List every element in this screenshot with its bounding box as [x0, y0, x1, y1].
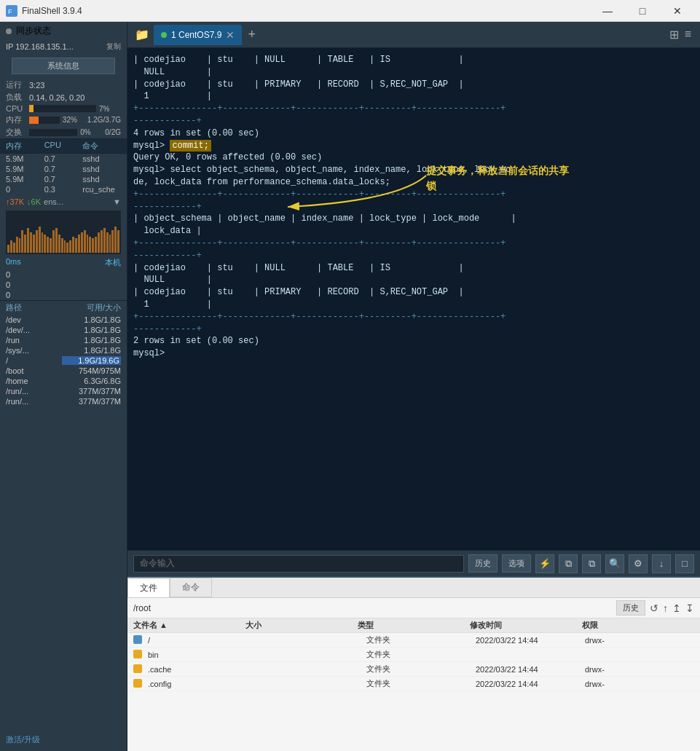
fs-row[interactable]: /run/...377M/377M: [0, 396, 127, 406]
tab-label: 1 CentOS7.9: [171, 30, 221, 40]
fs-path: /home: [6, 377, 63, 385]
history-button[interactable]: 历史: [468, 554, 498, 573]
fs-size: 754M/975M: [63, 366, 121, 375]
fs-size: 1.8G/1.8G: [63, 346, 121, 355]
fs-row[interactable]: /dev/...1.8G/1.8G: [0, 325, 127, 335]
file-refresh-icon[interactable]: ↺: [650, 602, 658, 614]
tab-centos[interactable]: 1 CentOS7.9 ✕: [154, 25, 242, 45]
running-label: 运行: [6, 79, 26, 90]
terminal-line: 1 |: [133, 299, 694, 311]
download-icon[interactable]: ↓: [652, 554, 671, 573]
list-item[interactable]: / 文件夹 2022/03/22 14:44 drwx-: [127, 633, 700, 648]
terminal-line: mysql> select object_schema, object_name…: [133, 164, 694, 176]
chart-bar: [92, 238, 94, 253]
close-button[interactable]: ✕: [661, 0, 694, 22]
chart-bars: [6, 211, 121, 254]
sysinfo-button[interactable]: 系统信息: [12, 58, 115, 74]
lightning-icon[interactable]: ⚡: [535, 554, 554, 573]
chart-bar: [36, 230, 38, 253]
terminal-line: Query OK, 0 rows affected (0.00 sec): [133, 152, 694, 164]
file-download-icon[interactable]: ↧: [685, 602, 694, 614]
menu-icon[interactable]: ≡: [685, 28, 691, 42]
settings-icon[interactable]: ⚙: [629, 554, 648, 573]
chart-bar: [27, 228, 29, 253]
main-layout: 同步状态 IP 192.168.135.1... 复制 系统信息 运行 3:23…: [0, 22, 700, 751]
minimize-button[interactable]: —: [591, 0, 624, 22]
copy-ip-button[interactable]: 复制: [106, 42, 121, 52]
maximize-button[interactable]: □: [626, 0, 659, 22]
mem-detail: 1.2G/3.7G: [87, 116, 121, 124]
tab-files[interactable]: 文件: [127, 578, 170, 597]
file-perm: drwx-: [585, 680, 694, 688]
file-upload-icon[interactable]: ↥: [672, 602, 681, 614]
app-title: FinalShell 3.9.4: [22, 6, 591, 16]
folder-icon[interactable]: 📁: [130, 28, 154, 42]
process-row: 5.9M0.7sshd: [0, 174, 127, 184]
cpu-bar-container: [29, 105, 96, 112]
fs-row[interactable]: /run/...377M/377M: [0, 386, 127, 396]
terminal-line: ------------+: [133, 323, 694, 336]
mem-label: 内存: [6, 114, 26, 125]
chart-bar: [47, 237, 49, 253]
chart-bar: [101, 230, 103, 253]
folder-icon: [133, 650, 142, 658]
proc-cpu: 0.7: [44, 175, 83, 184]
list-item[interactable]: .config 文件夹 2022/03/22 14:44 drwx-: [127, 677, 700, 691]
find-icon[interactable]: 🔍: [605, 554, 624, 573]
swap-bar-container: [29, 129, 77, 136]
file-panel: 文件 命令 /root 历史 ↺ ↑ ↥ ↧ 文件名 ▲ 大小 类型 修改时间 …: [127, 576, 700, 751]
command-input[interactable]: [133, 555, 464, 573]
proc-cmd: sshd: [82, 175, 121, 184]
copy-icon[interactable]: ⧉: [559, 554, 578, 573]
file-column-headers: 文件名 ▲ 大小 类型 修改时间 权限: [127, 618, 700, 633]
list-item[interactable]: .cache 文件夹 2022/03/22 14:44 drwx-: [127, 662, 700, 677]
terminal-line: | codejiao | stu | NULL | TABLE | IS |: [133, 262, 694, 275]
fullscreen-icon[interactable]: □: [675, 554, 694, 573]
paste-icon[interactable]: ⧉: [582, 554, 601, 573]
terminal-line: +---------------+-------------+---------…: [133, 103, 694, 115]
chart-bar: [69, 240, 71, 253]
fs-row[interactable]: /dev1.8G/1.8G: [0, 315, 127, 325]
terminal-line: | codejiao | stu | PRIMARY | RECORD | S,…: [133, 286, 694, 299]
chart-bar: [103, 228, 106, 253]
tabbar-right: ⊞ ≡: [669, 28, 697, 42]
proc-cmd: sshd: [82, 154, 121, 163]
latency-label: 0ms: [6, 257, 21, 268]
fs-row[interactable]: /boot754M/975M: [0, 366, 127, 376]
options-button[interactable]: 选项: [502, 554, 531, 573]
network-stats: ↑37K ↓6K ens... ▼: [0, 194, 127, 209]
chart-bar: [84, 230, 86, 253]
grid-view-icon[interactable]: ⊞: [669, 28, 679, 42]
fs-row[interactable]: /sys/...1.8G/1.8G: [0, 345, 127, 355]
content-area: 📁 1 CentOS7.9 ✕ + ⊞ ≡ | codejiao | stu |…: [127, 22, 700, 751]
file-list: / 文件夹 2022/03/22 14:44 drwx- bin 文件夹 .ca…: [127, 633, 700, 751]
file-modified: 2022/03/22 14:44: [476, 636, 585, 645]
ip-row: IP 192.168.135.1... 复制: [0, 40, 127, 53]
proc-col-cpu: CPU: [44, 141, 83, 152]
file-perm: drwx-: [585, 665, 694, 674]
fs-row[interactable]: /home6.3G/6.8G: [0, 376, 127, 386]
proc-cpu: 0.3: [44, 185, 83, 194]
chart-bar: [13, 243, 15, 253]
fs-row[interactable]: /run1.8G/1.8G: [0, 335, 127, 345]
file-up-icon[interactable]: ↑: [663, 602, 668, 614]
running-row: 运行 3:23: [0, 79, 127, 91]
proc-mem: 5.9M: [6, 165, 44, 173]
window-controls: — □ ✕: [591, 0, 694, 22]
chart-bar: [21, 230, 23, 253]
swap-row: 交换 0% 0/2G: [0, 126, 127, 138]
net-download: ↓6K: [27, 197, 41, 206]
terminal[interactable]: | codejiao | stu | NULL | TABLE | IS | N…: [127, 48, 700, 550]
fs-row[interactable]: /1.9G/19.6G: [0, 355, 127, 366]
file-history-button[interactable]: 历史: [616, 600, 645, 616]
file-type: 文件夹: [366, 649, 476, 660]
list-item[interactable]: bin 文件夹: [127, 648, 700, 662]
fs-path: /boot: [6, 366, 63, 375]
tab-close-button[interactable]: ✕: [226, 29, 235, 41]
proc-mem: 5.9M: [6, 154, 44, 163]
tab-bar: 📁 1 CentOS7.9 ✕ + ⊞ ≡: [127, 22, 700, 48]
tab-add-button[interactable]: +: [242, 27, 261, 42]
titlebar: F FinalShell 3.9.4 — □ ✕: [0, 0, 700, 22]
tab-command[interactable]: 命令: [170, 578, 212, 597]
upgrade-button[interactable]: 激活/升级: [6, 731, 121, 748]
